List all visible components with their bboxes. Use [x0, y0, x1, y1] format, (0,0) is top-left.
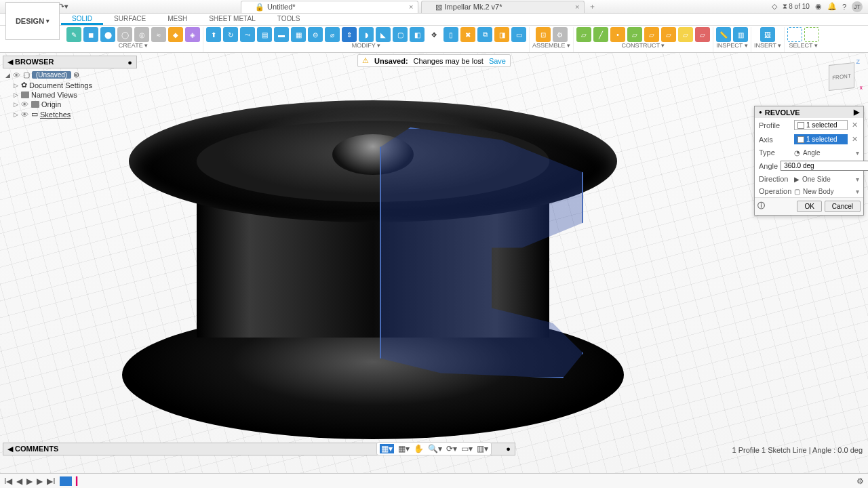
cylinder-icon[interactable]: ⬤: [100, 27, 115, 42]
profile-selector[interactable]: 1 selected: [794, 120, 848, 130]
clear-axis-icon[interactable]: ✕: [850, 135, 859, 144]
component-icon[interactable]: ⊡: [536, 27, 551, 42]
plane2-icon[interactable]: ▱: [627, 27, 642, 42]
thread-icon[interactable]: ⌀: [325, 27, 340, 42]
axis-selector[interactable]: 1 selected: [794, 134, 848, 144]
operation-select[interactable]: ▢ New Body: [794, 188, 859, 195]
create-label[interactable]: CREATE: [119, 42, 148, 49]
tab-solid[interactable]: SOLID: [61, 14, 103, 25]
close-icon[interactable]: ×: [409, 3, 413, 11]
sketch-icon[interactable]: ✎: [66, 27, 81, 42]
extensions-icon[interactable]: ◉: [815, 2, 822, 11]
zoom-icon[interactable]: 🔍▾: [428, 444, 442, 453]
tab-mesh[interactable]: MESH: [157, 14, 198, 25]
data-panel-icon[interactable]: ◇: [772, 2, 777, 11]
orbit-icon[interactable]: ⟳▾: [446, 444, 457, 453]
close-icon[interactable]: ×: [575, 3, 579, 11]
tree-origin[interactable]: ▷👁Origin: [4, 100, 137, 109]
section-icon[interactable]: ▥: [733, 27, 748, 42]
clear-profile-icon[interactable]: ✕: [850, 121, 859, 129]
axis-icon[interactable]: ╱: [593, 27, 608, 42]
view-cube[interactable]: Z FRONT x: [823, 58, 860, 95]
redo-icon[interactable]: ↷▾: [58, 2, 68, 12]
presspull-icon[interactable]: ⇕: [342, 27, 357, 42]
type-select[interactable]: ◔ Angle: [794, 149, 859, 157]
timeline-marker-icon[interactable]: ▎: [76, 476, 82, 486]
viewcube-face[interactable]: FRONT: [829, 62, 854, 91]
angle-input[interactable]: [781, 161, 868, 171]
grid-settings-icon[interactable]: ▦▾: [398, 444, 410, 453]
sweep-icon[interactable]: ⤳: [240, 27, 255, 42]
shell-icon[interactable]: ▢: [393, 27, 408, 42]
pan-icon[interactable]: ✋: [414, 444, 424, 453]
new-tab-button[interactable]: ＋: [586, 1, 599, 12]
timeline-feature-node[interactable]: [60, 476, 72, 486]
split-icon[interactable]: ◨: [494, 27, 509, 42]
doc-tab-inactive[interactable]: ▧ Impellar Mk.2 v7* ×: [421, 1, 585, 13]
cancel-button[interactable]: Cancel: [825, 201, 861, 212]
combine-icon[interactable]: ⧉: [477, 27, 492, 42]
plane3-icon[interactable]: ▱: [644, 27, 659, 42]
rib-icon[interactable]: ▬: [274, 27, 289, 42]
plane4-icon[interactable]: ▱: [661, 27, 676, 42]
notifications-icon[interactable]: 🔔: [827, 2, 837, 11]
form-icon[interactable]: ◆: [168, 27, 183, 42]
delete-icon[interactable]: ✖: [460, 27, 475, 42]
tree-named-views[interactable]: ▷Named Views: [4, 90, 137, 100]
insert-label[interactable]: INSERT: [754, 42, 781, 49]
measure-icon[interactable]: 📏: [716, 27, 731, 42]
tree-root[interactable]: ◢👁▢ (Unsaved)⊚: [4, 70, 137, 80]
window-select-icon[interactable]: [787, 27, 802, 42]
joint-icon[interactable]: ⚙: [553, 27, 568, 42]
timeline-end-icon[interactable]: ▶I: [47, 476, 55, 486]
coil-icon[interactable]: ≈: [151, 27, 166, 42]
viewport-icon[interactable]: ▥▾: [477, 444, 488, 453]
move-icon[interactable]: ✥: [427, 27, 441, 42]
plane5-icon[interactable]: ▱: [678, 27, 693, 42]
insert-icon[interactable]: 🖼: [760, 27, 775, 42]
tab-surface[interactable]: SURFACE: [103, 14, 157, 25]
timeline-start-icon[interactable]: I◀: [4, 476, 12, 486]
box-icon[interactable]: ◼: [83, 27, 98, 42]
tree-sketches[interactable]: ▷👁▭Sketches: [4, 109, 137, 119]
timeline-play-icon[interactable]: ▶: [26, 476, 33, 486]
timeline-settings-icon[interactable]: ⚙: [856, 476, 864, 486]
revolve-profile-overlay[interactable]: [380, 127, 583, 378]
display-settings-icon[interactable]: ▦▾: [380, 444, 394, 453]
freeform-select-icon[interactable]: [804, 27, 819, 42]
lookAt-icon[interactable]: ▭▾: [461, 444, 473, 453]
panel-header[interactable]: REVOLVE▶: [755, 106, 863, 118]
plane-icon[interactable]: ▱: [576, 27, 591, 42]
chamfer-icon[interactable]: ◣: [376, 27, 391, 42]
canvas-area[interactable]: ◀ BROWSER● ◢👁▢ (Unsaved)⊚ ▷✿Document Set…: [0, 53, 868, 473]
doc-tab-active[interactable]: 🔒 Untitled* ×: [241, 1, 418, 13]
timeline-next-icon[interactable]: ▶: [37, 476, 43, 486]
timeline-prev-icon[interactable]: ◀: [16, 476, 22, 486]
info-icon[interactable]: ⓘ: [757, 201, 765, 212]
extrude-icon[interactable]: ⬆: [206, 27, 221, 42]
draft-icon[interactable]: ◧: [410, 27, 425, 42]
loft-icon[interactable]: ▤: [257, 27, 272, 42]
tree-doc-settings[interactable]: ▷✿Document Settings: [4, 80, 137, 90]
select-label[interactable]: SELECT: [789, 42, 818, 49]
direction-select[interactable]: ▶ One Side: [794, 176, 859, 183]
align-icon[interactable]: ▯: [443, 27, 458, 42]
tab-tools[interactable]: TOOLS: [267, 14, 311, 25]
torus-icon[interactable]: ◎: [134, 27, 149, 42]
hole-icon[interactable]: ⊖: [308, 27, 323, 42]
point-icon[interactable]: •: [610, 27, 625, 42]
help-icon[interactable]: ?: [842, 3, 846, 11]
web-icon[interactable]: ▦: [291, 27, 306, 42]
modify-label[interactable]: MODIFY: [352, 42, 380, 49]
design-workspace-button[interactable]: DESIGN: [5, 2, 60, 40]
tab-sheetmetal[interactable]: SHEET METAL: [198, 14, 267, 25]
jobs-status[interactable]: ⧗ 8 of 10: [783, 3, 810, 11]
browser-header[interactable]: ◀ BROWSER●: [3, 56, 137, 68]
plane6-icon[interactable]: ▱: [695, 27, 710, 42]
revolve-icon[interactable]: ↻: [223, 27, 238, 42]
model-view[interactable]: [115, 80, 631, 446]
derive-icon[interactable]: ◈: [185, 27, 200, 42]
save-link[interactable]: Save: [489, 57, 506, 65]
avatar[interactable]: JT: [852, 1, 863, 12]
sphere-icon[interactable]: ◯: [117, 27, 132, 42]
